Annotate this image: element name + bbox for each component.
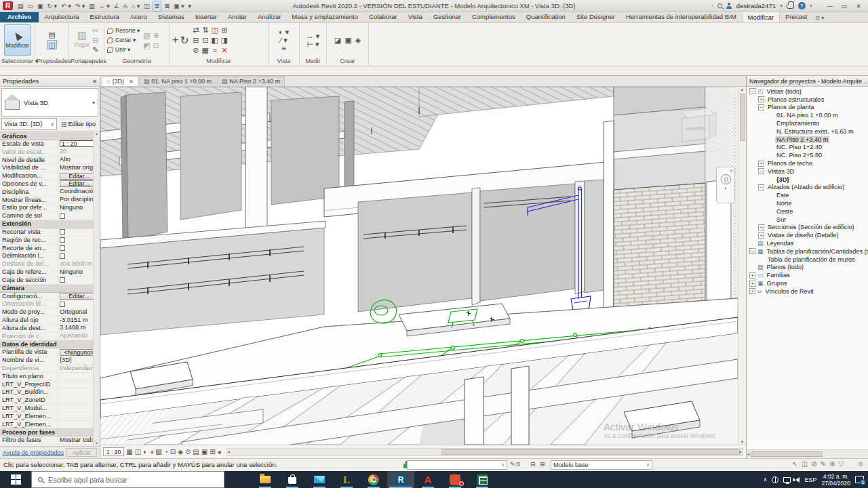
split-icon[interactable]: ◨	[221, 36, 228, 44]
restore-button[interactable]: ▭	[837, 1, 851, 11]
rotate-icon[interactable]: ↻	[180, 34, 189, 47]
linework-icon[interactable]: ≡	[281, 44, 285, 52]
tab-analizar[interactable]: Analizar	[252, 12, 286, 22]
tree-item-vistas-3d[interactable]: −Vistas 3D	[747, 167, 868, 176]
scroll-up-icon[interactable]: ▴	[741, 87, 743, 92]
tree-item-secciones-secci-n-de-edificio[interactable]: +Secciones (Sección de edificio)	[747, 224, 868, 232]
expander-plus-icon[interactable]: +	[749, 281, 755, 287]
override-icon[interactable]: ∕ ▾	[280, 36, 287, 44]
tab-quantification[interactable]: Quantification	[521, 12, 571, 22]
match-properties-icon[interactable]: ✎	[92, 45, 98, 54]
detail-level-icon[interactable]: ▦	[126, 447, 132, 457]
delete-icon[interactable]: ✕	[221, 46, 227, 54]
tree-item-emplazamiento[interactable]: Emplazamiento	[747, 119, 868, 127]
wall-joins-icon[interactable]: ◩	[143, 41, 150, 49]
expander-plus-icon[interactable]: +	[758, 161, 764, 167]
browser-scrollbar[interactable]: ◂	[747, 449, 868, 458]
select-underlay-icon[interactable]: ◫	[802, 460, 808, 468]
default-3d-view-icon[interactable]: ⌂ ▾	[130, 1, 141, 11]
show-crop-icon[interactable]: ◔	[164, 447, 168, 457]
tab-herramientas-de-interoperabilidad-bim[interactable]: Herramientas de interoperabilidad BIM	[620, 12, 742, 22]
horizontal-scrollbar[interactable]: ◂ ▸	[226, 448, 743, 456]
tree-item-sur[interactable]: Sur	[747, 216, 868, 224]
customize-qat-icon[interactable]: ▾	[186, 1, 193, 11]
select-by-face-icon[interactable]: ✎	[821, 460, 826, 468]
unpin-icon[interactable]: ▦	[202, 46, 209, 54]
browser-scroll-thumb[interactable]	[751, 451, 823, 457]
geometry-tool-1[interactable]: Cortar ▾	[107, 36, 140, 45]
checkbox[interactable]	[60, 253, 65, 259]
properties-palette-icon[interactable]: ◫	[47, 40, 56, 49]
checkbox[interactable]	[60, 229, 65, 235]
undo-icon[interactable]: ↶ ▾	[60, 1, 73, 11]
shadows-icon[interactable]: ◑	[149, 447, 153, 457]
section-gr-ficos[interactable]: Gráficosˆ	[0, 132, 100, 140]
expander-plus-icon[interactable]: +	[749, 288, 755, 294]
tree-item-planos-todo[interactable]: ▧Planos (todo)	[747, 264, 868, 272]
copy-icon[interactable]: ⊟	[92, 36, 98, 44]
help-menu-caret-icon[interactable]: ▾	[810, 3, 812, 9]
section-extensi-n[interactable]: Extensiónˆ	[0, 220, 100, 228]
copy-icon[interactable]: ⊟	[193, 36, 199, 44]
properties-help-link[interactable]: Ayuda de propiedades	[3, 449, 64, 456]
clock[interactable]: 4:02 a. m. 27/04/2020	[821, 473, 850, 487]
checkbox[interactable]	[60, 277, 65, 283]
select-links-icon[interactable]: ↖	[792, 460, 797, 468]
taskbar-search[interactable]: Escribe aquí para buscar	[31, 471, 224, 488]
modify-tool-button[interactable]: Modificar	[4, 24, 31, 56]
hide-icon[interactable]: ◐ ▾	[279, 28, 289, 36]
temporary-properties-icon[interactable]: ▤	[193, 447, 199, 457]
scroll-left-icon[interactable]: ◂	[228, 449, 230, 455]
tree-item-nc-piso-2-5-80[interactable]: NC. Piso 2+5.80	[747, 151, 868, 159]
properties-close-icon[interactable]: ✕	[92, 78, 97, 85]
section-icon[interactable]: ◫	[142, 1, 151, 11]
network-icon[interactable]	[772, 476, 778, 483]
geometry-tool-2[interactable]: Unir ▾	[107, 45, 140, 54]
apply-button[interactable]: Aplicar	[66, 448, 97, 457]
print-icon[interactable]: ▥	[87, 1, 96, 11]
tab-modificar[interactable]: Modificar	[742, 12, 781, 22]
filter-icon[interactable]: ▽	[838, 460, 844, 468]
tree-item-leyendas[interactable]: ▤Leyendas	[747, 239, 868, 247]
ribbon-display-toggle[interactable]: ⊡ ▾	[815, 15, 824, 22]
vertical-scroll-thumb[interactable]	[740, 94, 745, 141]
navbar-caret-icon[interactable]: ▾	[724, 186, 726, 190]
explorer-app[interactable]	[252, 471, 279, 488]
vertical-scrollbar[interactable]: ▴ ▾	[738, 87, 746, 445]
paste-icon[interactable]: ▥	[77, 31, 87, 39]
type-selector[interactable]: Vista 3D ▾	[1, 88, 98, 117]
tab-masa-y-emplazamiento[interactable]: Masa y emplazamiento	[286, 12, 363, 22]
filter-count[interactable]: :0	[857, 461, 863, 468]
panel-label-geometria[interactable]: Geometría	[104, 57, 169, 66]
revit-logo-icon[interactable]: R	[3, 1, 13, 10]
help-icon[interactable]: ?	[798, 2, 806, 9]
geometry-tool-0[interactable]: Recorte ▾	[107, 26, 140, 35]
autocad-app[interactable]: A	[414, 471, 441, 488]
open-icon[interactable]: ▭	[26, 1, 35, 11]
panel-label-modificar[interactable]: Modificar	[170, 57, 268, 66]
expander-plus-icon[interactable]: +	[758, 96, 764, 102]
sync-icon[interactable]: ↻ ▾	[46, 1, 59, 11]
browser-scroll-left-icon[interactable]: ◂	[747, 451, 749, 457]
checkbox[interactable]	[60, 245, 65, 251]
tree-item-vistas-todo[interactable]: −◰Vistas (todo)	[747, 87, 868, 96]
tree-item-grupos[interactable]: +▣Grupos	[747, 279, 868, 287]
displacement-icon[interactable]: ⊞	[210, 447, 215, 457]
tree-item-planos-estructurales[interactable]: +Planos estructurales	[747, 96, 868, 104]
tree-item-tabla-de-planificaci-n-de-muros[interactable]: Tabla de planificación de muros	[747, 256, 868, 264]
panel-label-medir[interactable]: Medir	[300, 57, 326, 66]
tree-item-tablas-de-planificaci-n-cantidades-todo[interactable]: −▦Tablas de planificación/Cantidades (to…	[747, 247, 868, 256]
scroll-down-icon[interactable]: ▾	[741, 439, 743, 445]
search-icon[interactable]	[717, 3, 722, 8]
properties-icon[interactable]: ▤	[48, 30, 55, 39]
tab-vista[interactable]: Vista	[403, 12, 428, 22]
tab-colaborar[interactable]: Colaborar	[363, 12, 403, 22]
comms-app[interactable]	[441, 471, 469, 488]
expander-minus-icon[interactable]: −	[758, 184, 764, 190]
array-icon[interactable]: ⊞	[221, 26, 227, 34]
start-button[interactable]	[0, 471, 31, 488]
value-input[interactable]: 1 : 20	[60, 140, 98, 147]
panel-label-portapapeles[interactable]: Portapapeles	[69, 57, 104, 66]
thin-lines-icon[interactable]: ≣	[153, 1, 162, 12]
constraints-icon[interactable]: ▣	[201, 447, 208, 457]
